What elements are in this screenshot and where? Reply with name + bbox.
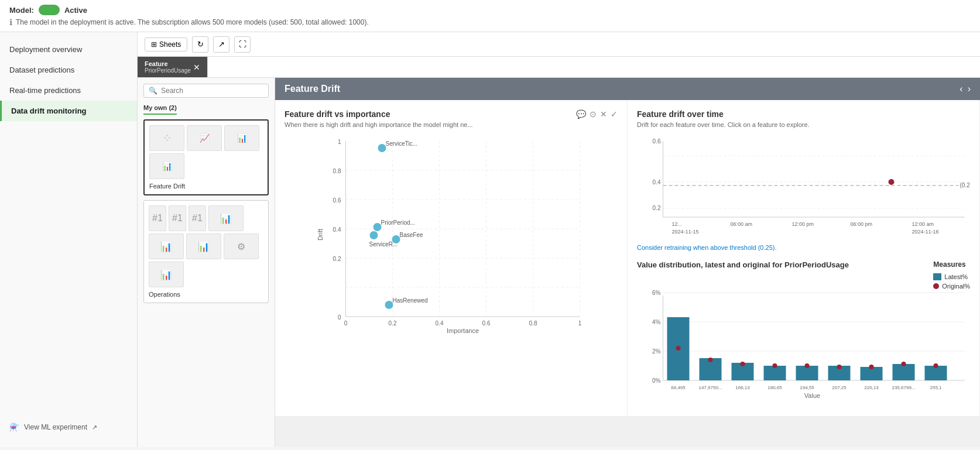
point-hasrenewed[interactable] xyxy=(385,301,393,309)
svg-text:PriorPeriod...: PriorPeriod... xyxy=(381,219,415,226)
scatter-panel-titles: Feature drift vs importance When there i… xyxy=(285,109,473,135)
ops-thumb-4: 📊 xyxy=(208,205,244,231)
scatter-chart: 1 0.8 0.6 0.4 0.2 0 0 0.2 0.4 0.6 xyxy=(285,135,618,334)
svg-text:06:00 pm: 06:00 pm xyxy=(851,221,873,227)
sidebar-item-data-drift-monitoring[interactable]: Data drift monitoring xyxy=(0,101,137,121)
svg-text:0.6: 0.6 xyxy=(653,138,661,145)
svg-text:0.2: 0.2 xyxy=(389,320,397,327)
fullscreen-icon-btn[interactable]: ⛶ xyxy=(234,36,251,53)
point-servicer[interactable] xyxy=(370,231,378,239)
svg-text:180,65: 180,65 xyxy=(767,385,782,390)
feature-tab[interactable]: Feature PriorPeriodUsage ✕ xyxy=(138,57,208,77)
svg-text:12...: 12... xyxy=(672,221,683,227)
point-priorperiod[interactable] xyxy=(374,223,382,231)
model-toggle[interactable] xyxy=(39,5,60,15)
svg-text:0: 0 xyxy=(338,314,341,321)
svg-text:166,13: 166,13 xyxy=(735,385,750,390)
svg-text:4%: 4% xyxy=(652,319,661,325)
legend-latest-label: Latest% xyxy=(944,273,968,280)
search-input[interactable] xyxy=(161,87,263,95)
svg-text:194,55: 194,55 xyxy=(800,385,814,390)
time-data-point[interactable] xyxy=(889,179,895,185)
sheets-button[interactable]: ⊞ Sheets xyxy=(145,37,187,51)
close-icon-btn[interactable]: ✕ xyxy=(600,109,607,119)
dot-5 xyxy=(805,363,810,368)
legend-original-label: Original% xyxy=(942,283,970,290)
svg-text:6%: 6% xyxy=(652,290,661,296)
view-experiment-button[interactable]: ⚗️ View ML experiment ↗ xyxy=(0,417,138,438)
content-area: ⊞ Sheets ↻ ↗ ⛶ Feature PriorPeriodUsage … xyxy=(138,32,980,447)
svg-text:1: 1 xyxy=(578,320,582,327)
svg-text:06:00 am: 06:00 am xyxy=(731,221,753,227)
ops-thumb-1: #1 xyxy=(149,205,166,231)
feature-drift-card[interactable]: ⁘ 📈 📊 📊 Feature Drift xyxy=(143,119,269,195)
svg-text:1: 1 xyxy=(338,139,341,145)
fd-next-btn[interactable]: › xyxy=(968,84,971,94)
svg-text:0.8: 0.8 xyxy=(529,320,537,327)
share-icon-btn[interactable]: ↗ xyxy=(213,36,229,53)
model-status-text: Active xyxy=(64,6,87,15)
svg-text:2024-11-15: 2024-11-15 xyxy=(672,229,699,235)
ops-thumb-gear: ⚙ xyxy=(224,233,259,259)
scatter-toolbar: 💬 ⊙ ✕ ✓ xyxy=(576,109,618,119)
legend-latest: Latest% xyxy=(933,273,970,280)
sheets-label: Sheets xyxy=(159,40,181,49)
point-servicetic[interactable] xyxy=(378,144,386,152)
target-icon-btn[interactable]: ⊙ xyxy=(590,109,597,119)
feature-drift-thumbnails: ⁘ 📈 📊 📊 xyxy=(149,125,263,179)
dot-7 xyxy=(869,365,874,369)
section-label: My own (2) xyxy=(143,104,177,115)
svg-text:HasRenewed: HasRenewed xyxy=(393,297,428,304)
svg-text:ServiceTic...: ServiceTic... xyxy=(386,140,418,147)
comment-icon-btn[interactable]: 💬 xyxy=(576,109,586,119)
svg-text:0%: 0% xyxy=(652,377,661,384)
dot-4 xyxy=(773,363,777,368)
thumb-scatter: ⁘ xyxy=(149,125,184,151)
toolbar: ⊞ Sheets ↻ ↗ ⛶ xyxy=(138,32,980,57)
svg-text:235,6799...: 235,6799... xyxy=(892,385,915,390)
operations-card[interactable]: #1 #1 #1 📊 📊 📊 ⚙ 📊 Operations xyxy=(143,200,269,303)
svg-text:Value: Value xyxy=(804,392,820,399)
sidebar-item-dataset-predictions[interactable]: Dataset predictions xyxy=(0,60,137,80)
ops-thumb-5: 📊 xyxy=(149,233,184,259)
svg-text:68,495: 68,495 xyxy=(671,385,686,390)
point-basefee[interactable] xyxy=(392,235,400,243)
fd-nav: ‹ › xyxy=(960,84,971,94)
time-subtitle: Drift for each feature over time. Click … xyxy=(637,121,970,128)
refresh-icon-btn[interactable]: ↻ xyxy=(192,36,208,53)
sidebar: Deployment overview Dataset predictions … xyxy=(0,32,138,447)
scatter-subtitle: When there is high drift and high import… xyxy=(285,121,473,128)
scatter-panel: Feature drift vs importance When there i… xyxy=(275,100,628,417)
thumb-bar1: 📊 xyxy=(224,125,259,151)
dot-3 xyxy=(741,362,745,366)
tab-close-icon[interactable]: ✕ xyxy=(193,63,200,72)
viz-grid: Feature drift vs importance When there i… xyxy=(275,100,980,417)
info-bar: ℹ The model in the deployment is active.… xyxy=(9,18,971,27)
dist-svg: 6% 4% 2% 0% xyxy=(637,290,970,407)
svg-text:0.6: 0.6 xyxy=(333,197,341,204)
check-icon-btn[interactable]: ✓ xyxy=(611,109,618,119)
feature-drift-header: Feature Drift ‹ › xyxy=(275,78,980,100)
svg-text:255,1: 255,1 xyxy=(930,385,942,390)
fd-prev-btn[interactable]: ‹ xyxy=(960,84,962,94)
info-message: The model in the deployment is active. T… xyxy=(16,18,369,26)
time-panel: Feature drift over time Drift for each f… xyxy=(628,100,980,417)
operations-thumbnails: #1 #1 #1 📊 📊 📊 ⚙ 📊 xyxy=(149,205,263,287)
dist-legend: Measures Latest% Original% xyxy=(933,260,970,290)
time-title: Feature drift over time xyxy=(637,109,970,119)
thumb-line: 📈 xyxy=(187,125,222,151)
model-label: Model: xyxy=(9,6,34,15)
svg-text:Importance: Importance xyxy=(447,327,479,334)
svg-text:207,25: 207,25 xyxy=(832,385,847,390)
thumb-bar2: 📊 xyxy=(149,153,184,179)
sidebar-item-realtime-predictions[interactable]: Real-time predictions xyxy=(0,80,137,101)
dot-6 xyxy=(837,365,842,369)
svg-text:2%: 2% xyxy=(652,348,661,355)
tab-title: Feature xyxy=(145,60,191,67)
svg-text:2024-11-16: 2024-11-16 xyxy=(912,229,939,235)
svg-text:0.2: 0.2 xyxy=(653,205,661,211)
sidebar-item-deployment-overview[interactable]: Deployment overview xyxy=(0,39,137,60)
search-box[interactable]: 🔍 xyxy=(143,84,269,98)
model-status: Model: Active xyxy=(9,5,971,15)
svg-text:(0.25): (0.25) xyxy=(960,182,971,188)
